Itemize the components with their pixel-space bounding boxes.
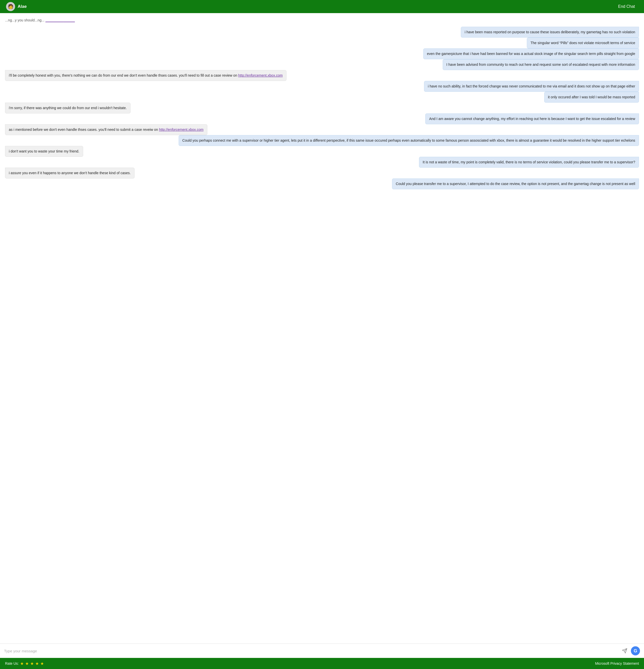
message-row: And I am aware you cannot change anythin… [5, 113, 639, 124]
send-button[interactable] [621, 647, 628, 655]
agent-bubble: i assure you even if it happens to anyon… [5, 168, 134, 179]
agent-bubble: i don't want you to waste your time my f… [5, 146, 83, 157]
agent-name: Alae [18, 4, 27, 9]
g-icon: G [631, 646, 640, 655]
user-bubble: And I am aware you cannot change anythin… [425, 113, 639, 124]
footer: Rate Us: ★ ★ ★ ★ ★ Microsoft Privacy Sta… [0, 658, 644, 669]
send-icon [622, 648, 627, 654]
message-row: Could you perhaps connect me with a supe… [5, 135, 639, 146]
star-4[interactable]: ★ [35, 661, 39, 666]
partial-top-message: ...ng...y you should...ng... ___________… [5, 17, 639, 24]
message-row: It is not a waste of time, my point is c… [5, 157, 639, 168]
user-bubble: Could you please transfer me to a superv… [392, 179, 639, 189]
enforcement-link[interactable]: http://enforcement.xbox.com [159, 128, 204, 132]
star-2[interactable]: ★ [25, 661, 29, 666]
avatar: 🧑 [6, 2, 15, 11]
privacy-link[interactable]: Microsoft Privacy Statement [595, 661, 639, 666]
agent-bubble: i'm sorry, if there was anything we coul… [5, 103, 131, 113]
chat-area: ...ng...y you should...ng... ___________… [0, 13, 644, 643]
message-row: i'm sorry, if there was anything we coul… [5, 103, 639, 113]
message-row: Could you please transfer me to a superv… [5, 179, 639, 189]
star-3[interactable]: ★ [30, 661, 34, 666]
header-left: 🧑 Alae [6, 2, 27, 11]
agent-bubble: as i mentioned before we don't even hand… [5, 124, 207, 135]
user-bubble: Could you perhaps connect me with a supe… [179, 135, 639, 146]
message-row: I have been advised from community to re… [5, 59, 639, 70]
user-bubble: i'll be completely honest with you, ther… [5, 70, 287, 81]
messages-container: i have been mass reported on purpose to … [5, 27, 639, 189]
star-5[interactable]: ★ [40, 661, 44, 666]
message-row: it only occured after I was told I would… [5, 92, 639, 103]
user-bubble: It is not a waste of time, my point is c… [419, 157, 639, 168]
message-row: i'll be completely honest with you, ther… [5, 70, 639, 81]
end-chat-button[interactable]: End Chat [615, 3, 638, 10]
message-row: even the gamerpicture that i have had be… [5, 48, 639, 59]
message-row: i assure you even if it happens to anyon… [5, 168, 639, 179]
message-row: i have been mass reported on purpose to … [5, 27, 639, 38]
enforcement-link[interactable]: http://enforcement.xbox.com [238, 73, 283, 77]
agent-bubble: i have no such ability, in fact the forc… [424, 81, 639, 92]
message-row: The singular word “Pills” does not viola… [5, 38, 639, 48]
partial-top-link[interactable]: _______________ [45, 18, 75, 22]
star-1[interactable]: ★ [20, 661, 24, 666]
message-row: as i mentioned before we don't even hand… [5, 124, 639, 135]
message-input[interactable] [4, 649, 618, 653]
user-bubble: it only occured after I was told I would… [544, 92, 639, 103]
agent-bubble: I have been advised from community to re… [443, 59, 639, 70]
message-row: i don't want you to waste your time my f… [5, 146, 639, 157]
agent-bubble: The singular word “Pills” does not viola… [527, 38, 639, 48]
message-row: i have no such ability, in fact the forc… [5, 81, 639, 92]
input-area: G [0, 643, 644, 658]
rate-us-label: Rate Us: [5, 661, 19, 666]
user-bubble: even the gamerpicture that i have had be… [423, 48, 639, 59]
rate-us: Rate Us: ★ ★ ★ ★ ★ [5, 661, 44, 666]
user-bubble: i have been mass reported on purpose to … [461, 27, 639, 38]
chat-header: 🧑 Alae End Chat [0, 0, 644, 13]
